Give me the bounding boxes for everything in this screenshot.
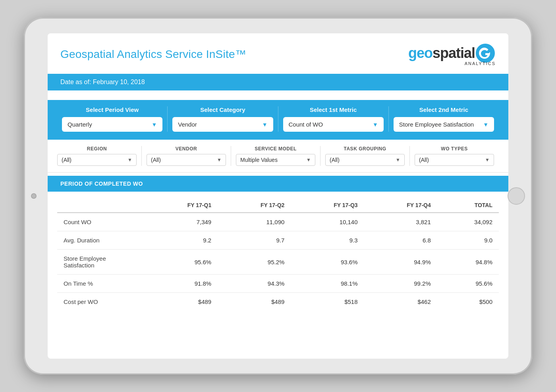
metric1-value: Count of WO xyxy=(289,121,323,128)
row-value: 9.0 xyxy=(437,231,499,250)
data-table-section: FY 17-Q1 FY 17-Q2 FY 17-Q3 FY 17-Q4 TOTA… xyxy=(48,192,508,359)
row-value: 10,140 xyxy=(291,213,364,231)
filter-metric2: Select 2nd Metric Store Employee Satisfa… xyxy=(389,106,499,132)
metric2-value: Store Employee Satisfaction xyxy=(399,121,474,128)
filter-period-view: Select Period View Quarterly ▼ xyxy=(57,106,168,132)
chevron-down-icon: ▼ xyxy=(151,121,157,128)
metric1-dropdown[interactable]: Count of WO ▼ xyxy=(283,117,384,132)
date-text: Date as of: February 10, 2018 xyxy=(60,79,145,85)
app-header: Geospatial Analytics Service InSite™ geo… xyxy=(48,33,508,74)
row-value: 98.1% xyxy=(291,275,364,293)
col-header-label xyxy=(57,198,145,213)
row-value: 6.8 xyxy=(364,231,437,250)
dropdowns-row: REGION (All) ▼ VENDOR (All) ▼ SERVICE MO… xyxy=(48,140,508,173)
row-value: $500 xyxy=(437,293,499,311)
period-title: PERIOD OF COMPLETED WO xyxy=(60,181,143,187)
row-value: 95.6% xyxy=(145,250,218,275)
chevron-down-icon: ▼ xyxy=(306,157,311,163)
dropdown-region: REGION (All) ▼ xyxy=(57,146,142,166)
period-bar: PERIOD OF COMPLETED WO xyxy=(48,176,508,192)
period-view-value: Quarterly xyxy=(68,121,92,128)
chevron-down-icon: ▼ xyxy=(485,157,490,163)
row-value: 95.6% xyxy=(437,275,499,293)
filter-period-label: Select Period View xyxy=(62,106,162,113)
filter-category-label: Select Category xyxy=(172,106,273,113)
logo-spatial: spatial xyxy=(432,45,475,61)
row-value: 3,821 xyxy=(364,213,437,231)
metric2-dropdown[interactable]: Store Employee Satisfaction ▼ xyxy=(394,117,494,132)
region-value: (All) xyxy=(62,157,71,163)
logo-geo: geo xyxy=(408,45,432,61)
table-row: Store Employee Satisfaction95.6%95.2%93.… xyxy=(57,250,499,275)
chevron-down-icon: ▼ xyxy=(127,157,132,163)
geospatial-logo-icon xyxy=(475,43,496,63)
chevron-down-icon: ▼ xyxy=(217,157,222,163)
table-row: Cost per WO$489$489$518$462$500 xyxy=(57,293,499,311)
row-value: 93.6% xyxy=(291,250,364,275)
chevron-down-icon: ▼ xyxy=(373,121,378,128)
row-label: On Time % xyxy=(57,275,145,293)
vendor-value: (All) xyxy=(151,157,161,163)
row-value: 9.3 xyxy=(291,231,364,250)
service-model-dropdown[interactable]: Multiple Values ▼ xyxy=(236,154,315,166)
table-row: On Time %91.8%94.3%98.1%99.2%95.6% xyxy=(57,275,499,293)
chevron-down-icon: ▼ xyxy=(396,157,400,163)
region-dropdown[interactable]: (All) ▼ xyxy=(57,154,137,166)
row-value: 91.8% xyxy=(145,275,218,293)
row-label: Count WO xyxy=(57,213,145,231)
dropdown-task-grouping: TASK GROUPING (All) ▼ xyxy=(320,146,410,166)
task-grouping-label: TASK GROUPING xyxy=(325,146,405,152)
vendor-label: VENDOR xyxy=(147,146,226,152)
task-grouping-value: (All) xyxy=(330,157,340,163)
tablet-button-right[interactable] xyxy=(508,187,525,205)
wo-types-dropdown[interactable]: (All) ▼ xyxy=(415,154,494,166)
filter-metric2-label: Select 2nd Metric xyxy=(394,106,494,113)
tablet-frame: Geospatial Analytics Service InSite™ geo… xyxy=(24,17,532,375)
vendor-dropdown[interactable]: (All) ▼ xyxy=(147,154,226,166)
filters-section: Select Period View Quarterly ▼ Select Ca… xyxy=(48,100,508,140)
row-value: $518 xyxy=(291,293,364,311)
row-value: 94.8% xyxy=(437,250,499,275)
app-title: Geospatial Analytics Service InSite™ xyxy=(60,48,246,61)
row-value: 95.2% xyxy=(218,250,291,275)
tablet-button-left[interactable] xyxy=(31,193,37,199)
table-header-row: FY 17-Q1 FY 17-Q2 FY 17-Q3 FY 17-Q4 TOTA… xyxy=(57,198,499,213)
service-model-value: Multiple Values xyxy=(240,157,278,163)
col-header-q3: FY 17-Q3 xyxy=(291,198,364,213)
date-bar: Date as of: February 10, 2018 xyxy=(48,74,508,90)
data-table: FY 17-Q1 FY 17-Q2 FY 17-Q3 FY 17-Q4 TOTA… xyxy=(57,198,499,311)
filter-category: Select Category Vendor ▼ xyxy=(168,106,278,132)
col-header-q1: FY 17-Q1 xyxy=(145,198,218,213)
row-label: Avg. Duration xyxy=(57,231,145,250)
table-row: Count WO7,34911,09010,1403,82134,092 xyxy=(57,213,499,231)
filter-metric1-label: Select 1st Metric xyxy=(283,106,384,113)
wo-types-label: WO TYPES xyxy=(415,146,494,152)
table-row: Avg. Duration9.29.79.36.89.0 xyxy=(57,231,499,250)
row-value: $462 xyxy=(364,293,437,311)
task-grouping-dropdown[interactable]: (All) ▼ xyxy=(325,154,405,166)
chevron-down-icon: ▼ xyxy=(483,121,488,128)
service-model-label: SERVICE MODEL xyxy=(236,146,315,152)
logo-text: geospatial xyxy=(408,45,475,61)
filter-metric1: Select 1st Metric Count of WO ▼ xyxy=(278,106,389,132)
row-label: Store Employee Satisfaction xyxy=(57,250,145,275)
period-view-dropdown[interactable]: Quarterly ▼ xyxy=(62,117,162,132)
category-dropdown[interactable]: Vendor ▼ xyxy=(172,117,273,132)
col-header-total: TOTAL xyxy=(437,198,499,213)
logo-analytics-text: ANALYTICS xyxy=(465,61,496,66)
row-label: Cost per WO xyxy=(57,293,145,311)
col-header-q4: FY 17-Q4 xyxy=(364,198,437,213)
row-value: 9.2 xyxy=(145,231,218,250)
row-value: 34,092 xyxy=(437,213,499,231)
row-value: 94.9% xyxy=(364,250,437,275)
dropdown-service-model: SERVICE MODEL Multiple Values ▼ xyxy=(231,146,320,166)
region-label: REGION xyxy=(57,146,137,152)
wo-types-value: (All) xyxy=(419,157,429,163)
dropdown-wo-types: WO TYPES (All) ▼ xyxy=(410,146,499,166)
row-value: 9.7 xyxy=(218,231,291,250)
logo-container: geospatial ANALYTICS xyxy=(408,43,496,66)
tablet-screen: Geospatial Analytics Service InSite™ geo… xyxy=(48,33,508,359)
col-header-q2: FY 17-Q2 xyxy=(218,198,291,213)
row-value: 11,090 xyxy=(218,213,291,231)
row-value: 7,349 xyxy=(145,213,218,231)
